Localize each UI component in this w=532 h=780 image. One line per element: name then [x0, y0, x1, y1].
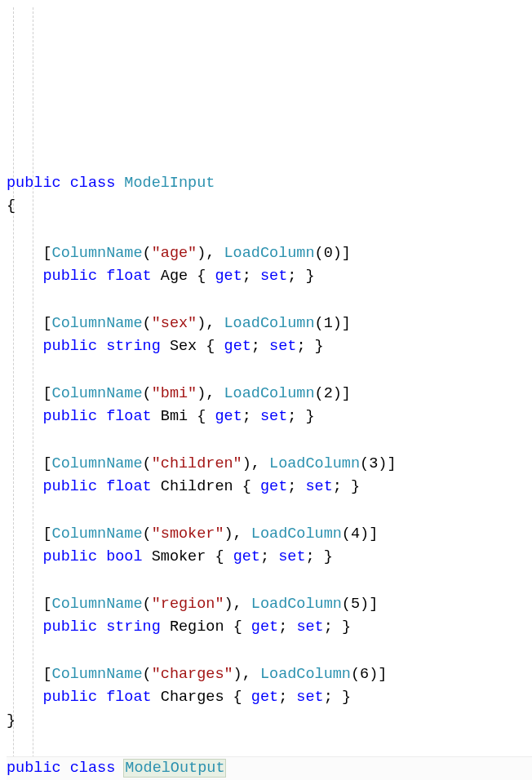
line: public float Children { get; set; } [7, 478, 360, 495]
line: [ColumnName("age"), LoadColumn(0)] [7, 245, 351, 262]
line: [ColumnName("sex"), LoadColumn(1)] [7, 315, 351, 332]
brace-close: } [7, 712, 16, 729]
attr-loadcolumn: LoadColumn [224, 245, 315, 262]
code-block: public class ModelInput { [ColumnName("a… [7, 172, 532, 780]
col-value: age [161, 245, 188, 262]
line: public float Bmi { get; set; } [7, 408, 315, 425]
line: { [7, 197, 16, 215]
line: public float Charges { get; set; } [7, 689, 351, 706]
line: public float Age { get; set; } [7, 268, 315, 285]
class-name-highlighted: ModelOutput [124, 760, 225, 777]
line: [ColumnName("region"), LoadColumn(5)] [7, 596, 378, 613]
line: [ColumnName("children"), LoadColumn(3)] [7, 455, 397, 472]
line: [ColumnName("charges"), LoadColumn(6)] [7, 666, 387, 683]
idx-value: 0 [324, 245, 333, 262]
prop-type: float [106, 268, 152, 285]
keyword-class: class [70, 175, 116, 192]
line: public class ModelInput [7, 175, 215, 192]
line: } [7, 712, 16, 729]
line: [ColumnName("smoker"), LoadColumn(4)] [7, 525, 378, 543]
line: [ColumnName("bmi"), LoadColumn(2)] [7, 385, 351, 402]
attr-columnname: ColumnName [52, 245, 143, 262]
line: public string Sex { get; set; } [7, 338, 324, 355]
prop-name: Age [161, 268, 188, 285]
brace-open: { [7, 197, 16, 215]
line: public bool Smoker { get; set; } [7, 548, 333, 565]
class-name: ModelInput [124, 175, 215, 192]
keyword-public: public [7, 175, 61, 192]
highlighted-line: public class ModelOutput [7, 756, 532, 781]
line: public string Region { get; set; } [7, 618, 351, 636]
